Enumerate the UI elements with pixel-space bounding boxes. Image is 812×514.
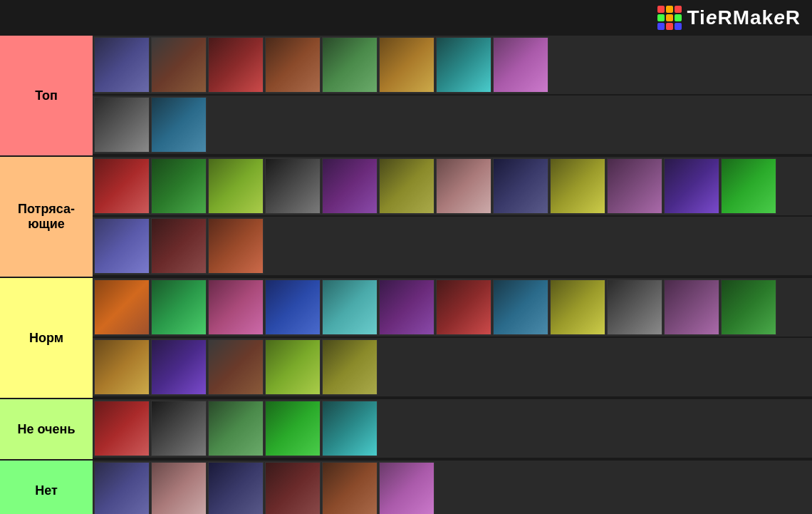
- tier-great-content: [93, 157, 812, 277]
- char-card: [94, 462, 150, 514]
- logo: TieRMakeR: [657, 6, 801, 30]
- header: TieRMakeR: [0, 0, 812, 36]
- char-card: [664, 158, 719, 214]
- char-card: [550, 279, 605, 335]
- tier-norm-row1: [93, 278, 812, 338]
- char-card: [151, 158, 207, 214]
- char-card: [151, 97, 207, 153]
- char-card: [151, 218, 207, 274]
- tier-no-label: Нет: [0, 461, 93, 514]
- char-card: [208, 158, 264, 214]
- char-card: [493, 158, 548, 214]
- char-card: [322, 279, 378, 335]
- tier-notmuch-row1: [93, 399, 812, 459]
- logo-cell: [675, 14, 682, 21]
- logo-cell: [666, 6, 673, 13]
- logo-cell: [675, 6, 682, 13]
- tier-norm: Норм: [0, 278, 812, 399]
- tier-top-row1: [93, 36, 812, 96]
- char-card: [94, 37, 150, 93]
- char-card: [94, 158, 150, 214]
- char-card: [208, 462, 264, 514]
- logo-grid: [657, 6, 682, 30]
- tier-norm-content: [93, 278, 812, 398]
- char-card: [151, 37, 207, 93]
- char-card: [208, 37, 264, 93]
- char-card: [493, 37, 548, 93]
- char-card: [94, 97, 150, 153]
- char-card: [436, 37, 491, 93]
- tier-no-row1: [93, 461, 812, 514]
- char-card: [436, 158, 491, 214]
- char-card: [208, 218, 264, 274]
- char-card: [721, 158, 776, 214]
- char-card: [322, 339, 378, 395]
- logo-cell: [657, 23, 665, 30]
- tier-norm-row2: [93, 338, 812, 398]
- char-card: [607, 158, 662, 214]
- char-card: [208, 279, 264, 335]
- char-card: [607, 279, 662, 335]
- logo-cell: [666, 23, 673, 30]
- char-card: [379, 158, 434, 214]
- tier-great: Потряса-ющие: [0, 157, 812, 278]
- char-card: [265, 339, 321, 395]
- char-card: [265, 462, 321, 514]
- char-card: [379, 279, 434, 335]
- logo-cell: [657, 6, 665, 13]
- tier-top-content: [93, 36, 812, 155]
- char-card: [379, 462, 434, 514]
- char-card: [322, 401, 378, 456]
- char-card: [151, 462, 207, 514]
- tier-great-label: Потряса-ющие: [0, 157, 93, 277]
- tier-notmuch-content: [93, 399, 812, 459]
- char-card: [265, 279, 321, 335]
- char-card: [94, 279, 150, 335]
- char-card: [322, 158, 378, 214]
- tier-notmuch: Не очень: [0, 399, 812, 461]
- tier-top: Топ: [0, 36, 812, 157]
- char-card: [94, 401, 150, 456]
- tier-no: Нет: [0, 461, 812, 514]
- char-card: [265, 37, 321, 93]
- char-card: [379, 37, 434, 93]
- logo-cell: [666, 14, 673, 21]
- char-card: [151, 401, 207, 456]
- tier-top-label: Топ: [0, 36, 93, 155]
- char-card: [151, 279, 207, 335]
- logo-cell: [675, 23, 682, 30]
- char-card: [94, 218, 150, 274]
- tier-norm-label: Норм: [0, 278, 93, 398]
- tier-great-row2: [93, 217, 812, 277]
- char-card: [265, 401, 321, 456]
- tier-top-row2: [93, 96, 812, 155]
- char-card: [265, 158, 321, 214]
- char-card: [94, 339, 150, 395]
- main-container: TieRMakeR Топ: [0, 0, 812, 514]
- tier-great-row1: [93, 157, 812, 217]
- char-card: [208, 401, 264, 456]
- char-card: [322, 462, 378, 514]
- char-card: [664, 279, 719, 335]
- char-card: [151, 339, 207, 395]
- tier-no-content: [93, 461, 812, 514]
- char-card: [322, 37, 378, 93]
- char-card: [493, 279, 548, 335]
- char-card: [550, 158, 605, 214]
- tier-notmuch-label: Не очень: [0, 399, 93, 459]
- char-card: [721, 279, 776, 335]
- logo-cell: [657, 14, 665, 21]
- tier-list: Топ: [0, 36, 812, 514]
- char-card: [208, 339, 264, 395]
- logo-text: TieRMakeR: [687, 6, 801, 29]
- char-card: [436, 279, 491, 335]
